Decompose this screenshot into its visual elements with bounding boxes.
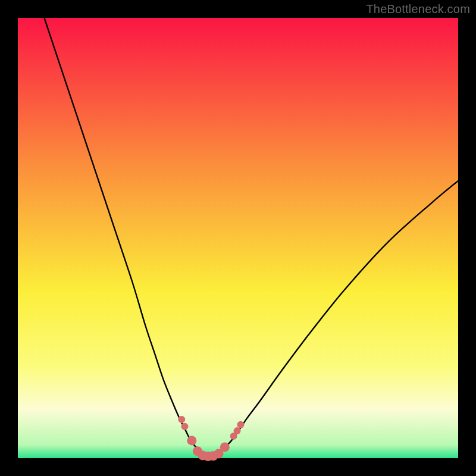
chart-frame: TheBottleneck.com [0, 0, 476, 476]
chart-svg [0, 0, 476, 476]
marker-dot [181, 423, 188, 430]
marker-dot [187, 436, 196, 445]
marker-dot [237, 421, 244, 428]
marker-dot [178, 416, 185, 423]
marker-dot [234, 427, 241, 434]
marker-dot [220, 443, 230, 452]
